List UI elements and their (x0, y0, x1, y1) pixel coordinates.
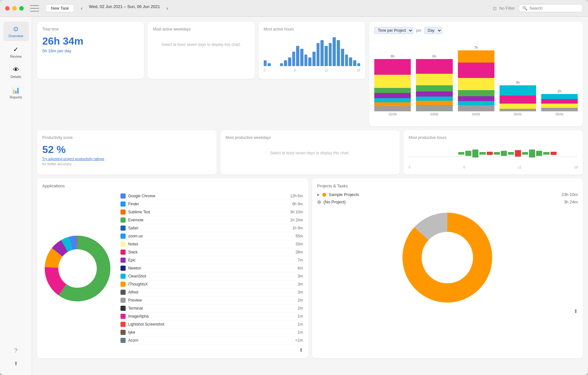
ph-bar-positive (472, 149, 478, 158)
most-active-weekdays-title: Most active weekdays (153, 27, 249, 31)
sidebar-item-details[interactable]: 👁 Details (3, 63, 29, 82)
app-name: Sublime Text (128, 210, 287, 214)
stacked-chart-container: 6h02/066h03/067h04/063h05/062h06/06 (374, 38, 578, 121)
sidebar-item-reports[interactable]: 📊 Reports (3, 83, 29, 102)
stack-segment (541, 99, 578, 104)
bar-group (500, 85, 536, 111)
project-time: 3h 24m (564, 200, 578, 204)
productivity-link[interactable]: Try adjusting project productivity ratin… (42, 157, 211, 161)
app-name: zoom.us (128, 234, 293, 238)
stack-segment (416, 97, 452, 101)
title-bar: New Task ‹ Wed, 02 Jun 2021 – Sun, 06 Ju… (0, 0, 588, 17)
app-icon (120, 258, 126, 263)
app-name: Alfred (128, 290, 295, 294)
help-button[interactable]: ? (3, 344, 29, 357)
day-select[interactable]: Day (424, 27, 442, 34)
bar (341, 49, 344, 66)
ph-bar-negative (487, 152, 493, 155)
stack-segment (458, 101, 494, 105)
ph-axis-18: 18 (574, 166, 578, 169)
maximize-button[interactable] (19, 6, 24, 11)
most-productive-weekdays-message: Select at least seven days to display th… (226, 144, 395, 162)
stack-segment (458, 63, 494, 78)
app-row: Acorn<1m (120, 337, 303, 345)
search-input[interactable] (529, 6, 579, 11)
app-name: CleanShot (128, 274, 295, 278)
sidebar-toggle-button[interactable] (30, 5, 39, 12)
bar (337, 40, 340, 66)
app-icon (120, 314, 126, 319)
time-per-project-select[interactable]: Time per Project (374, 27, 413, 34)
ph-bar-wrapper (416, 144, 422, 163)
productivity-score-title: Productivity score (42, 135, 211, 140)
apps-export-button[interactable]: ⬆ (299, 347, 303, 353)
stack-segment (374, 75, 411, 88)
projects-export-button[interactable]: ⬆ (574, 308, 578, 314)
next-arrow[interactable]: › (164, 4, 170, 13)
most-active-weekdays-card: Most active weekdays Select at least sev… (148, 22, 254, 79)
stack-segment (458, 50, 494, 63)
sidebar-item-overview[interactable]: ⊙ Overview (3, 22, 29, 41)
app-icon (120, 274, 126, 279)
sidebar-item-review[interactable]: ✓ Review (3, 42, 29, 62)
prev-arrow[interactable]: ‹ (78, 4, 85, 13)
traffic-lights (5, 6, 24, 11)
stack-segment (416, 105, 452, 111)
most-productive-hours-card: Most productive hours 0 6 12 18 (403, 130, 583, 175)
app-row: Notes33m (120, 240, 303, 248)
stack-segment (541, 94, 578, 99)
stack-segment (458, 96, 494, 101)
ph-bar-wrapper (536, 144, 542, 163)
bar (308, 57, 311, 66)
details-icon: 👁 (13, 66, 19, 73)
export-icon: ⬆ (14, 361, 18, 367)
ph-bar-wrapper (437, 144, 443, 163)
ph-bar-positive (543, 152, 549, 155)
app-icon (120, 306, 126, 311)
stack-height-label: 7h (474, 46, 478, 49)
stack-segment (374, 59, 411, 75)
stack-date-label: 06/06 (555, 113, 563, 116)
time-per-project-header: Time per Project per Day (374, 27, 578, 34)
total-time-value: 26h 34m (42, 35, 139, 47)
app-time: 28m (295, 250, 303, 254)
total-time-title: Total time (42, 27, 139, 31)
minimize-button[interactable] (12, 6, 17, 11)
projects-tasks-title: Projects & Tasks (317, 183, 578, 188)
apps-card-footer: ⬆ (42, 345, 303, 353)
ph-axis-6: 6 (463, 166, 465, 169)
app-name: Google Chrome (128, 194, 287, 198)
stack-segment (416, 91, 452, 97)
app-time: 3m (298, 274, 303, 278)
export-button[interactable]: ⬆ (3, 357, 29, 370)
stack-height-label: 3h (516, 81, 520, 84)
bar (353, 60, 356, 66)
stack-segment (500, 85, 536, 96)
app-icon (120, 209, 126, 215)
bar (268, 63, 271, 66)
productive-hours-chart: 0 6 12 18 (409, 144, 578, 169)
axis-0: 0 (264, 69, 266, 72)
app-icon (120, 226, 126, 231)
bar (300, 49, 303, 66)
bar (284, 60, 287, 66)
bar-group (458, 50, 494, 111)
stack-column: 3h05/06 (500, 81, 536, 116)
app-row: Preview2m (120, 296, 303, 304)
app-name: Lightshot Screenshot (128, 322, 295, 327)
axis-18: 18 (357, 69, 360, 72)
bar (312, 52, 316, 66)
project-expand-icon[interactable]: ▶ (317, 193, 320, 196)
ph-bar-wrapper (508, 144, 514, 163)
stack-date-label: 02/06 (389, 113, 397, 116)
ph-bar-positive (522, 152, 528, 155)
close-button[interactable] (5, 6, 10, 11)
app-time: 12h 6m (290, 194, 303, 198)
new-task-button[interactable]: New Task (46, 4, 74, 12)
svg-point-7 (58, 249, 97, 288)
ph-bar-wrapper (515, 144, 521, 163)
projects-donut-svg (399, 209, 495, 306)
app-row: CleanShot3m (120, 272, 303, 280)
most-active-hours-title: Most active hours (264, 27, 360, 31)
search-box[interactable]: 🔍 (519, 4, 583, 12)
